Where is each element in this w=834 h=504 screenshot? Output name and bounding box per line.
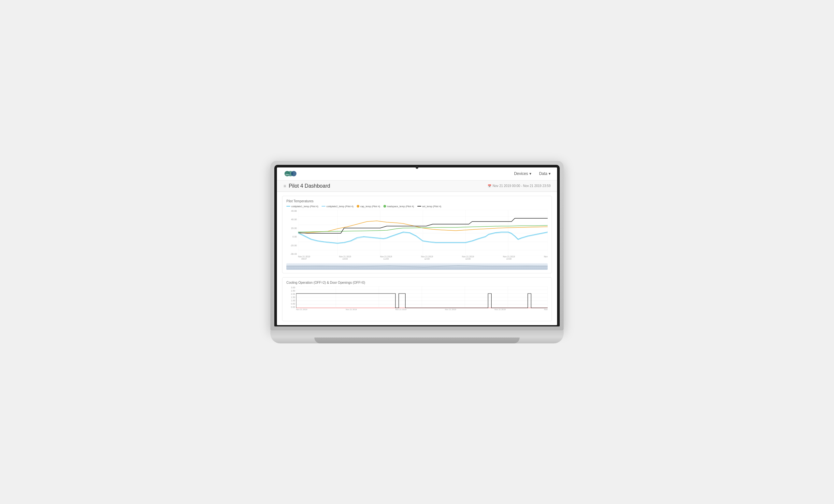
cy-6: 0.50: [286, 303, 295, 305]
cy-1: 3.00: [286, 286, 295, 289]
x-label-2: Nov 21 201910:00: [339, 256, 351, 261]
cooling-chart-area: [296, 286, 548, 308]
legend-coldplate1: coldplate1_temp (Pilot 4): [286, 205, 318, 208]
laptop-device: ENV Devices ▾ Data ▾: [270, 161, 564, 343]
nav-links: Devices ▾ Data ▾: [514, 171, 551, 176]
cooling-chart-section: Cooling Operation (OFF=2) & Door Opening…: [282, 277, 552, 321]
temp-chart-section: Pilot Temperatures coldplate1_temp (Pilo…: [282, 196, 552, 273]
temp-y-labels: 49.68 40.00 20.00 0.00 -20.00 -38.43: [286, 210, 298, 256]
cx-3: Nov 21 2019: [395, 308, 407, 312]
legend-dot-5: [417, 206, 421, 206]
page-title-area: ≡ Pilot 4 Dashboard: [283, 183, 330, 189]
temp-chart-container: 49.68 40.00 20.00 0.00 -20.00 -38.43: [286, 210, 548, 262]
y-label-2: 40.00: [286, 218, 297, 221]
screen-bezel: ENV Devices ▾ Data ▾: [274, 165, 560, 326]
legend-dot-1: [286, 206, 290, 206]
logo[interactable]: ENV: [283, 169, 300, 178]
page-header: ≡ Pilot 4 Dashboard 📅 Nov 21 2019 00:00 …: [277, 180, 557, 192]
cy-5: 1.00: [286, 300, 295, 302]
cooling-x-labels: Nov 21 2019 Nov 21 2019 Nov 21 2019 Nov …: [296, 308, 548, 312]
cy-2: 2.50: [286, 290, 295, 292]
cx-5: Nov 21 2019: [495, 308, 506, 312]
data-menu[interactable]: Data ▾: [539, 171, 551, 176]
data-label: Data: [539, 171, 547, 176]
cy-7: 0.00: [286, 306, 295, 308]
mini-range-chart[interactable]: [286, 263, 548, 270]
legend-settemp: set_temp (Pilot 4): [417, 205, 441, 208]
x-label-1: Nov 21 201909:07: [298, 256, 310, 261]
date-range: 📅 Nov 21 2019 00:00 - Nov 21 2019 23:59: [488, 184, 551, 188]
y-label-5: -20.00: [286, 244, 297, 247]
temp-chart-svg: [298, 210, 548, 256]
legend-label-1: coldplate1_temp (Pilot 4): [291, 205, 318, 208]
cx-2: Nov 21 2019: [346, 308, 357, 312]
svg-text:ENV: ENV: [286, 174, 290, 176]
x-label-7: Nov: [544, 256, 548, 258]
legend-label-2: coldplate2_temp (Pilot 4): [326, 205, 353, 208]
date-range-text: Nov 21 2019 00:00 - Nov 21 2019 23:59: [492, 184, 551, 188]
hamburger-icon: ≡: [283, 183, 286, 189]
cooling-chart-title: Cooling Operation (OFF=2) & Door Opening…: [286, 281, 548, 284]
legend-label-3: cap_temp (Pilot 4): [360, 205, 380, 208]
cooling-y-labels: 3.00 2.50 2.00 1.50 1.00 0.50 0.00: [286, 286, 296, 308]
devices-arrow: ▾: [529, 171, 531, 176]
y-label-4: 0.00: [286, 236, 297, 238]
y-label-1: 49.68: [286, 210, 297, 212]
chart-legend: coldplate1_temp (Pilot 4) coldplate2_tem…: [286, 205, 548, 208]
svg-point-2: [291, 171, 297, 177]
mini-chart-svg: [286, 263, 548, 270]
x-label-5: Nov 21 201913:00: [462, 256, 474, 261]
devices-label: Devices: [514, 171, 528, 176]
devices-menu[interactable]: Devices ▾: [514, 171, 531, 176]
y-label-6: -38.43: [286, 253, 297, 255]
x-label-3: Nov 21 201911:00: [380, 256, 392, 261]
cy-4: 1.50: [286, 296, 295, 299]
calendar-icon: 📅: [488, 184, 491, 188]
cooling-chart-container: 3.00 2.50 2.00 1.50 1.00 0.50 0.00: [286, 286, 548, 312]
legend-cap: cap_temp (Pilot 4): [357, 205, 380, 208]
screen: ENV Devices ▾ Data ▾: [277, 168, 557, 325]
temp-chart-title: Pilot Temperatures: [286, 199, 548, 203]
y-label-3: 20.00: [286, 227, 297, 229]
x-label-6: Nov 21 201914:00: [503, 256, 515, 261]
legend-dot-2: [322, 206, 326, 206]
cooling-chart-svg: [296, 286, 548, 308]
temp-x-labels: Nov 21 201909:07 Nov 21 201910:00 Nov 21…: [298, 256, 548, 262]
data-arrow: ▾: [549, 171, 551, 176]
legend-label-4: loadspace_temp (Pilot 4): [387, 205, 414, 208]
legend-dot-3: [357, 205, 359, 207]
content-area: Pilot Temperatures coldplate1_temp (Pilo…: [277, 192, 557, 325]
legend-coldplate2: coldplate2_temp (Pilot 4): [322, 205, 353, 208]
x-label-4: Nov 21 201912:00: [421, 256, 433, 261]
laptop-body: ENV Devices ▾ Data ▾: [270, 161, 564, 330]
navbar: ENV Devices ▾ Data ▾: [277, 168, 557, 180]
legend-label-5: set_temp (Pilot 4): [422, 205, 441, 208]
laptop-base: [270, 330, 564, 343]
cx-4: Nov 21 2019: [445, 308, 456, 312]
temp-chart-area: [298, 210, 548, 256]
page-title-text: Pilot 4 Dashboard: [289, 183, 330, 189]
cy-3: 2.00: [286, 293, 295, 295]
cx-1: Nov 21 2019: [296, 308, 307, 312]
legend-dot-4: [383, 205, 386, 207]
legend-loadspace: loadspace_temp (Pilot 4): [383, 205, 414, 208]
cx-6: Nov: [544, 308, 548, 312]
